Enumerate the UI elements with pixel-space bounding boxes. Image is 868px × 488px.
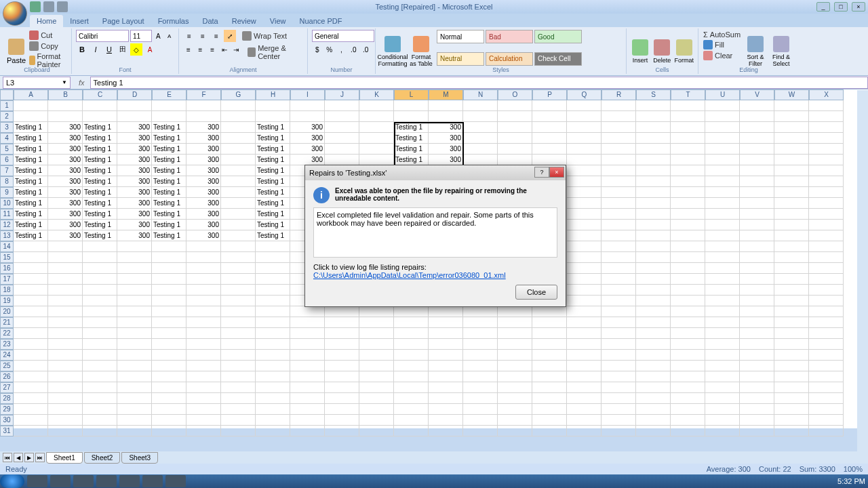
- cell-G18[interactable]: [221, 285, 256, 296]
- sheet-tab-sheet3[interactable]: Sheet3: [121, 452, 158, 464]
- prev-sheet-button[interactable]: ◀: [14, 453, 23, 462]
- column-header-V[interactable]: V: [740, 89, 774, 100]
- cell-X5[interactable]: [809, 144, 844, 155]
- cell-X9[interactable]: [809, 187, 844, 198]
- cell-G16[interactable]: [221, 263, 256, 274]
- cell-Q3[interactable]: [567, 122, 601, 133]
- cell-V31[interactable]: [740, 426, 774, 436]
- cell-B17[interactable]: [48, 274, 83, 285]
- cell-K21[interactable]: [359, 317, 394, 328]
- cell-C15[interactable]: [83, 252, 117, 263]
- number-format-select[interactable]: [312, 30, 374, 42]
- cell-B20[interactable]: [48, 306, 83, 317]
- cell-M20[interactable]: [429, 306, 463, 317]
- cell-G21[interactable]: [221, 317, 256, 328]
- cell-S31[interactable]: [636, 426, 671, 436]
- cell-X17[interactable]: [809, 274, 844, 285]
- cell-E8[interactable]: Testing 1: [152, 176, 186, 187]
- cell-G1[interactable]: [221, 100, 256, 111]
- row-header-12[interactable]: 12: [0, 220, 14, 230]
- cell-C9[interactable]: Testing 1: [83, 187, 117, 198]
- cell-H4[interactable]: Testing 1: [256, 133, 290, 144]
- cell-L23[interactable]: [394, 339, 429, 350]
- cell-U18[interactable]: [705, 285, 740, 296]
- cell-R22[interactable]: [601, 328, 636, 339]
- cell-E17[interactable]: [152, 274, 186, 285]
- cell-P29[interactable]: [532, 404, 567, 415]
- cell-D10[interactable]: 300: [117, 198, 152, 209]
- cell-P23[interactable]: [532, 339, 567, 350]
- row-header-25[interactable]: 25: [0, 361, 14, 371]
- cell-V15[interactable]: [740, 252, 774, 263]
- cell-C5[interactable]: Testing 1: [83, 144, 117, 155]
- cell-A6[interactable]: Testing 1: [14, 155, 48, 165]
- cell-D31[interactable]: [117, 426, 152, 436]
- cell-V5[interactable]: [740, 144, 774, 155]
- cell-E30[interactable]: [152, 415, 186, 426]
- cell-D14[interactable]: [117, 241, 152, 252]
- cell-N27[interactable]: [463, 382, 498, 393]
- cell-F26[interactable]: [186, 371, 221, 382]
- cell-C10[interactable]: Testing 1: [83, 198, 117, 209]
- cell-X21[interactable]: [809, 317, 844, 328]
- cell-E31[interactable]: [152, 426, 186, 436]
- cell-E22[interactable]: [152, 328, 186, 339]
- cell-A27[interactable]: [14, 382, 48, 393]
- cell-A8[interactable]: Testing 1: [14, 176, 48, 187]
- cell-E1[interactable]: [152, 100, 186, 111]
- cell-S7[interactable]: [636, 165, 671, 176]
- cell-T26[interactable]: [671, 371, 705, 382]
- cell-E16[interactable]: [152, 263, 186, 274]
- column-header-S[interactable]: S: [636, 89, 671, 100]
- cell-B21[interactable]: [48, 317, 83, 328]
- cell-A30[interactable]: [14, 415, 48, 426]
- cell-R28[interactable]: [601, 393, 636, 404]
- cell-E7[interactable]: Testing 1: [152, 165, 186, 176]
- cell-N23[interactable]: [463, 339, 498, 350]
- cell-S23[interactable]: [636, 339, 671, 350]
- cell-B9[interactable]: 300: [48, 187, 83, 198]
- cell-Q11[interactable]: [567, 209, 601, 220]
- cell-A28[interactable]: [14, 393, 48, 404]
- cell-S2[interactable]: [636, 111, 671, 122]
- cell-C16[interactable]: [83, 263, 117, 274]
- cell-T23[interactable]: [671, 339, 705, 350]
- style-check-cell[interactable]: Check Cell: [534, 52, 582, 66]
- clear-button[interactable]: Clear: [703, 50, 741, 61]
- cell-M25[interactable]: [429, 361, 463, 371]
- cell-A3[interactable]: Testing 1: [14, 122, 48, 133]
- cell-R26[interactable]: [601, 371, 636, 382]
- cell-C24[interactable]: [83, 350, 117, 361]
- cell-P26[interactable]: [532, 371, 567, 382]
- cell-J26[interactable]: [325, 371, 359, 382]
- cell-I25[interactable]: [290, 361, 325, 371]
- cell-T21[interactable]: [671, 317, 705, 328]
- cell-F12[interactable]: 300: [186, 220, 221, 230]
- cell-A11[interactable]: Testing 1: [14, 209, 48, 220]
- cell-W22[interactable]: [774, 328, 809, 339]
- fill-color-button[interactable]: ◇: [130, 43, 142, 56]
- cell-X1[interactable]: [809, 100, 844, 111]
- cell-F17[interactable]: [186, 274, 221, 285]
- cell-S24[interactable]: [636, 350, 671, 361]
- cell-M6[interactable]: 300: [429, 155, 463, 165]
- cell-G14[interactable]: [221, 241, 256, 252]
- autosum-button[interactable]: ΣAutoSum: [703, 30, 741, 39]
- cell-U12[interactable]: [705, 220, 740, 230]
- cell-Q17[interactable]: [567, 274, 601, 285]
- cell-X11[interactable]: [809, 209, 844, 220]
- row-header-6[interactable]: 6: [0, 155, 14, 165]
- cell-V18[interactable]: [740, 285, 774, 296]
- cell-D20[interactable]: [117, 306, 152, 317]
- cell-E10[interactable]: Testing 1: [152, 198, 186, 209]
- cell-H28[interactable]: [256, 393, 290, 404]
- cell-F18[interactable]: [186, 285, 221, 296]
- cell-X2[interactable]: [809, 111, 844, 122]
- cell-L5[interactable]: Testing 1: [394, 144, 429, 155]
- column-header-X[interactable]: X: [809, 89, 844, 100]
- cut-button[interactable]: Cut: [28, 30, 67, 41]
- cell-E18[interactable]: [152, 285, 186, 296]
- cell-K27[interactable]: [359, 382, 394, 393]
- cell-G28[interactable]: [221, 393, 256, 404]
- cell-H10[interactable]: Testing 1: [256, 198, 290, 209]
